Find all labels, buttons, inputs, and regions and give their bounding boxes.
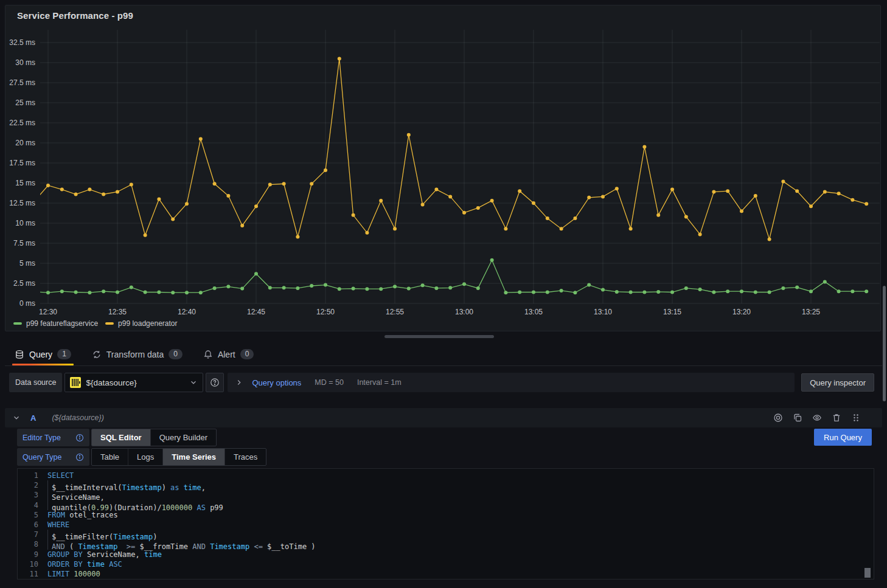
overview-ruler-marker [864,568,871,578]
data-point [296,286,299,290]
code-line[interactable]: 11LIMIT 100000 [18,569,874,579]
run-query-button[interactable]: Run Query [814,429,872,446]
editor-tabbar: Query 1 Transform data 0 [5,343,882,366]
data-point [754,291,757,294]
chart-legend: p99 featureflagservicep99 loadgenerator [13,319,178,328]
data-point [268,286,272,289]
data-point [532,201,535,205]
y-axis-tick: 25 ms [15,99,35,107]
disable-query-icon[interactable] [771,411,785,424]
tab-count-badge: 0 [169,349,183,359]
legend-item[interactable]: p99 featureflagservice [13,319,98,328]
legend-item[interactable]: p99 loadgenerator [105,319,177,328]
data-point [726,189,729,193]
data-point [268,183,272,187]
clickhouse-logo-icon [70,377,81,388]
data-point [642,145,646,149]
info-circle-icon[interactable] [75,434,84,442]
data-point [740,289,743,293]
data-point [434,286,438,290]
query-inspector-button[interactable]: Query inspector [801,373,874,392]
code-line[interactable]: 9GROUP BY ServiceName, time [18,550,874,559]
legend-label: p99 featureflagservice [26,319,98,328]
duplicate-query-icon[interactable] [791,411,804,424]
query-type-group: Table Logs Time Series Traces [91,448,266,466]
legend-swatch [105,322,114,325]
query-row-actions [771,411,863,424]
delete-query-icon[interactable] [830,411,843,424]
datasource-help-button[interactable] [206,373,224,392]
code-text: ORDER BY time ASC [38,559,122,569]
query-ref-id[interactable]: A [30,413,36,423]
code-line[interactable]: 8AND ( Timestamp >= $__fromTime AND Time… [18,539,874,549]
line-number: 8 [18,539,38,549]
hide-query-icon[interactable] [810,411,824,424]
code-line[interactable]: 4quantile(0.99)(Duration)/1000000 AS p99 [18,500,874,510]
editor-type-label: Editor Type [17,429,89,446]
collapse-chevron-icon[interactable] [12,413,21,422]
timeseries-chart[interactable]: 0 ms2.5 ms5 ms7.5 ms10 ms12.5 ms15 ms17.… [5,24,882,316]
y-axis-tick: 7.5 ms [13,239,35,247]
data-point [573,216,577,220]
data-point [462,211,466,215]
code-line[interactable]: 6WHERE [18,520,874,530]
data-point [379,287,383,291]
editor-type-query-builder[interactable]: Query Builder [151,429,216,446]
x-axis-tick: 13:20 [732,308,751,316]
query-type-logs[interactable]: Logs [128,449,163,465]
tab-query[interactable]: Query 1 [12,343,74,365]
datasource-label: Data source [9,373,62,392]
data-point [712,190,715,194]
data-point [754,194,757,198]
data-point [116,190,119,194]
datasource-picker[interactable]: ${datasource} [64,373,203,392]
editor-type-group: SQL Editor Query Builder [91,429,217,446]
data-point [365,287,369,291]
y-axis-tick: 30 ms [15,58,35,67]
line-number: 5 [18,510,38,520]
code-line[interactable]: 7$__timeFilter(Timestamp) [18,530,874,539]
line-number: 11 [18,569,38,579]
vertical-scrollbar[interactable] [883,286,886,401]
data-point [656,290,660,294]
code-line[interactable]: 1SELECT [18,471,874,480]
code-text: SELECT [38,471,74,480]
tab-alert[interactable]: Alert 0 [201,343,256,365]
query-type-table[interactable]: Table [92,449,128,465]
data-point [365,231,369,235]
data-point [560,227,563,230]
code-text: AND ( Timestamp >= $__fromTime AND Times… [38,539,316,549]
x-axis-tick: 12:50 [316,308,335,316]
sql-code-editor[interactable]: 1SELECT2$__timeInterval(Timestamp) as ti… [17,468,874,579]
data-point [102,193,105,196]
y-axis-tick: 15 ms [15,179,35,187]
editor-type-sql-editor[interactable]: SQL Editor [92,429,151,446]
data-point [448,195,452,198]
query-type-traces[interactable]: Traces [225,449,266,465]
drag-handle-icon[interactable] [849,411,863,424]
data-point [601,288,605,292]
x-axis-tick: 12:30 [39,308,57,316]
data-point [573,291,577,294]
code-line[interactable]: 2$__timeInterval(Timestamp) as time, [18,480,874,490]
info-circle-icon[interactable] [75,453,84,462]
data-point [518,189,521,193]
data-point [130,183,133,187]
code-line[interactable]: 10ORDER BY time ASC [18,559,874,569]
data-point [781,179,785,183]
y-axis-tick: 12.5 ms [9,199,35,207]
y-axis-tick: 22.5 ms [9,119,35,127]
data-point [379,199,383,202]
query-type-time-series[interactable]: Time Series [163,449,225,465]
data-point [60,188,64,192]
data-point [157,197,161,201]
query-options-toggle[interactable]: Query options [252,378,301,387]
data-point [587,196,591,199]
chevron-right-icon[interactable] [235,378,243,387]
tab-transform-data[interactable]: Transform data 0 [89,343,185,365]
tab-label: Transform data [106,350,164,359]
data-point [324,283,327,287]
data-point [46,291,50,294]
horizontal-scrollbar[interactable] [384,335,494,338]
data-point [310,284,313,288]
